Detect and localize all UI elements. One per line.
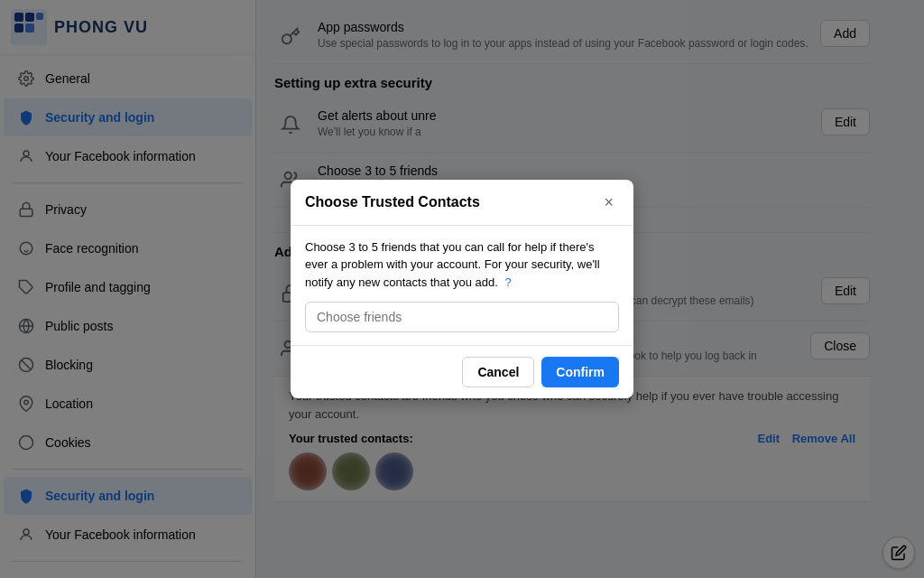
modal-title: Choose Trusted Contacts [305, 194, 480, 210]
modal-body: Choose 3 to 5 friends that you can call … [291, 226, 633, 346]
modal-overlay[interactable]: Choose Trusted Contacts × Choose 3 to 5 … [0, 0, 924, 578]
modal-description: Choose 3 to 5 friends that you can call … [305, 238, 619, 292]
choose-trusted-contacts-modal: Choose Trusted Contacts × Choose 3 to 5 … [291, 180, 633, 399]
modal-header: Choose Trusted Contacts × [291, 180, 633, 226]
modal-desc-text: Choose 3 to 5 friends that you can call … [305, 240, 600, 289]
choose-friends-input[interactable] [305, 302, 619, 332]
modal-close-button[interactable]: × [598, 192, 619, 212]
modal-help-link[interactable]: ? [505, 275, 512, 289]
modal-footer: Cancel Confirm [291, 345, 633, 398]
modal-confirm-button[interactable]: Confirm [541, 357, 619, 387]
modal-cancel-button[interactable]: Cancel [462, 357, 534, 387]
